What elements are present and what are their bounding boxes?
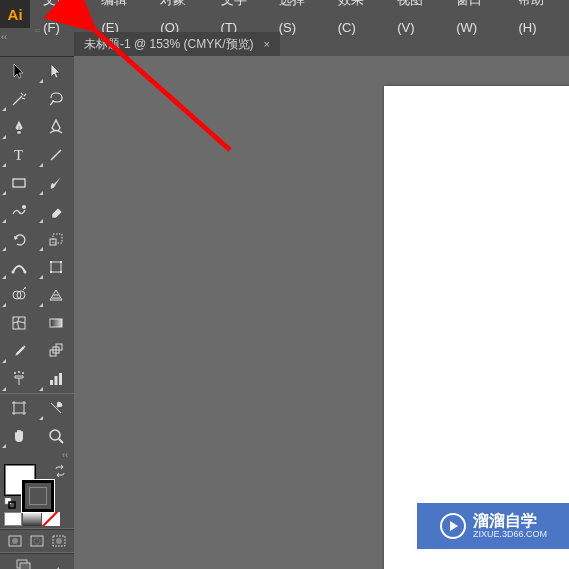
tab-close-icon[interactable]: × (264, 38, 270, 50)
lasso-tool[interactable] (37, 85, 74, 113)
tools-collapse-icon[interactable]: ‹‹ (0, 450, 74, 462)
draw-behind-icon[interactable] (29, 534, 45, 548)
svg-line-28 (59, 439, 63, 443)
svg-line-1 (51, 150, 61, 160)
svg-point-22 (22, 372, 24, 374)
svg-point-3 (22, 205, 26, 209)
fill-mode-none[interactable] (42, 512, 60, 526)
hand-tool[interactable] (0, 422, 37, 450)
menu-window[interactable]: 窗口(W) (447, 0, 509, 42)
svg-rect-25 (59, 373, 62, 385)
menubar: Ai 文件(F) 编辑(E) 对象(O) 文字(T) 选择(S) 效果(C) 视… (0, 0, 569, 28)
color-wells (0, 464, 74, 510)
svg-rect-2 (13, 179, 25, 187)
line-segment-tool[interactable] (37, 141, 74, 169)
svg-point-34 (34, 538, 40, 544)
eraser-tool[interactable] (37, 197, 74, 225)
document-tab-bar: 未标题-1 @ 153% (CMYK/预览) × (74, 32, 280, 56)
perspective-grid-tool[interactable] (37, 281, 74, 309)
svg-rect-24 (54, 376, 57, 385)
shaper-tool[interactable] (0, 197, 37, 225)
draw-mode-row (0, 529, 74, 552)
svg-point-6 (11, 271, 14, 274)
fill-mode-gradient[interactable] (23, 512, 41, 526)
watermark-logo-icon (439, 512, 467, 540)
symbol-sprayer-tool[interactable] (0, 365, 37, 393)
default-colors-icon[interactable] (4, 497, 16, 509)
gradient-tool[interactable] (37, 309, 74, 337)
eyedropper-tool[interactable] (0, 337, 37, 365)
direct-selection-tool[interactable] (37, 57, 74, 85)
type-tool[interactable]: T (0, 141, 37, 169)
document-tab[interactable]: 未标题-1 @ 153% (CMYK/预览) × (74, 32, 280, 57)
svg-point-7 (23, 271, 26, 274)
rectangle-tool[interactable] (0, 169, 37, 197)
column-graph-tool[interactable] (37, 365, 74, 393)
fill-mode-row (0, 510, 74, 528)
canvas-area[interactable] (74, 56, 569, 569)
paintbrush-tool[interactable] (37, 169, 74, 197)
svg-rect-16 (50, 319, 62, 327)
svg-rect-23 (50, 380, 53, 385)
slice-tool[interactable] (37, 394, 74, 422)
svg-text:T: T (14, 147, 23, 163)
artboard-tool[interactable] (0, 394, 37, 422)
zoom-tool[interactable] (37, 422, 74, 450)
curvature-tool[interactable] (37, 113, 74, 141)
svg-rect-26 (14, 403, 24, 413)
app-logo-text: Ai (8, 6, 23, 23)
svg-rect-29 (5, 498, 11, 504)
svg-point-20 (14, 372, 16, 374)
svg-point-36 (56, 538, 62, 544)
svg-rect-11 (50, 271, 52, 273)
scale-tool[interactable] (37, 225, 74, 253)
screen-mode-icon[interactable] (15, 558, 33, 569)
svg-point-21 (18, 371, 20, 373)
svg-rect-10 (60, 261, 62, 263)
shape-builder-tool[interactable] (0, 281, 37, 309)
mesh-tool[interactable] (0, 309, 37, 337)
width-tool[interactable] (0, 253, 37, 281)
menu-effect[interactable]: 效果(C) (329, 0, 389, 42)
svg-point-32 (12, 538, 18, 544)
watermark-title: 溜溜自学 (473, 512, 547, 530)
draw-inside-icon[interactable] (51, 534, 67, 548)
swap-colors-icon[interactable] (54, 465, 66, 477)
screen-mode-row (0, 553, 74, 569)
rotate-tool[interactable] (0, 225, 37, 253)
watermark-subtitle: ZIXUE.3D66.COM (473, 530, 547, 540)
svg-rect-9 (50, 261, 52, 263)
menu-view[interactable]: 视图(V) (388, 0, 447, 42)
app-logo[interactable]: Ai (0, 0, 30, 28)
panel-collapse-indicator[interactable]: ‹‹ (0, 32, 8, 50)
svg-point-27 (50, 430, 60, 440)
fill-mode-color[interactable] (4, 512, 22, 526)
selection-tool[interactable] (0, 57, 37, 85)
pen-tool[interactable] (0, 113, 37, 141)
toolbar-grip[interactable]: :::::::: (0, 28, 74, 34)
svg-rect-12 (60, 271, 62, 273)
tools-panel: T (0, 56, 74, 569)
menu-help[interactable]: 帮助(H) (509, 0, 569, 42)
draw-normal-icon[interactable] (7, 534, 23, 548)
artboard[interactable] (384, 86, 569, 569)
svg-rect-15 (13, 317, 25, 329)
document-tab-title: 未标题-1 @ 153% (CMYK/预览) (84, 36, 254, 53)
svg-rect-38 (20, 563, 30, 569)
magic-wand-tool[interactable] (0, 85, 37, 113)
blend-tool[interactable] (37, 337, 74, 365)
watermark: 溜溜自学 ZIXUE.3D66.COM (417, 503, 569, 549)
free-transform-tool[interactable] (37, 253, 74, 281)
svg-rect-8 (51, 262, 61, 272)
stroke-color-swatch[interactable] (22, 480, 54, 512)
